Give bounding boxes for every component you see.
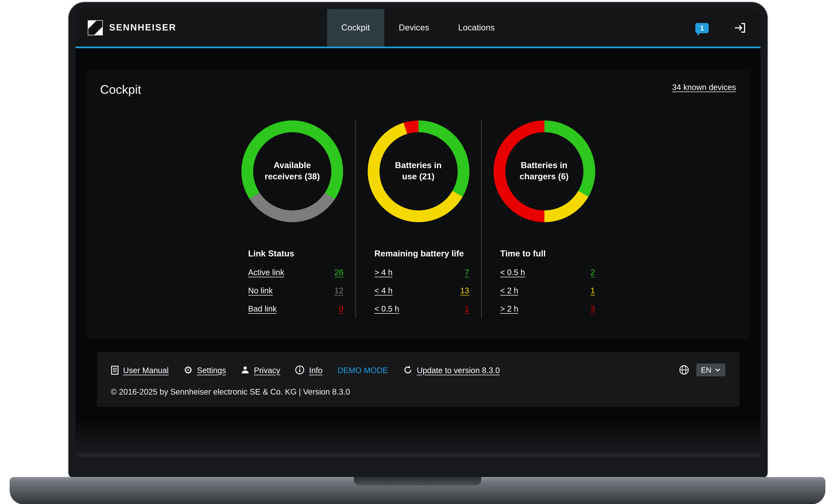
settings-label: Settings	[197, 365, 226, 374]
legend-label-link[interactable]: No link	[248, 286, 272, 295]
legend-label-link[interactable]: < 4 h	[374, 286, 392, 295]
legend-value-link[interactable]: 1	[591, 286, 595, 295]
footer-right: EN	[678, 363, 725, 376]
page: SENNHEISER Cockpit Devices Locations 1	[0, 0, 835, 504]
language-selector[interactable]: EN	[696, 363, 725, 376]
legend-title: Link Status	[248, 249, 343, 259]
known-devices-link[interactable]: 34 known devices	[672, 82, 736, 92]
legend-title: Remaining battery life	[374, 249, 469, 259]
logout-icon[interactable]	[733, 22, 747, 34]
settings-link[interactable]: ⚙ Settings	[184, 365, 226, 375]
screen-bottom-reflection	[76, 418, 761, 457]
legend-row: Active link 26	[248, 268, 343, 277]
app-header: SENNHEISER Cockpit Devices Locations 1	[76, 9, 761, 48]
app-footer: User Manual ⚙ Settings	[97, 352, 739, 407]
legend-label-link[interactable]: < 0.5 h	[374, 304, 399, 313]
info-icon	[295, 365, 305, 375]
user-manual-link[interactable]: User Manual	[111, 365, 169, 374]
legend-value-link[interactable]: 1	[465, 304, 469, 313]
legend-label-link[interactable]: < 0.5 h	[500, 268, 525, 277]
copyright-text: © 2016-2025 by Sennheiser electronic SE …	[111, 387, 725, 396]
privacy-link[interactable]: Privacy	[241, 365, 280, 374]
tab-devices[interactable]: Devices	[384, 9, 444, 46]
page-title: Cockpit	[100, 82, 141, 97]
legend-row: > 2 h 3	[500, 304, 595, 313]
cockpit-panel: Cockpit 34 known devices Available recei…	[86, 69, 750, 339]
legend-value-link[interactable]: 7	[465, 268, 469, 277]
donut-center-label: Available receivers (38)	[257, 136, 328, 207]
update-link[interactable]: Update to version 8.3.0	[403, 365, 500, 375]
main-content: Cockpit 34 known devices Available recei…	[76, 48, 761, 407]
legend-value-link[interactable]: 0	[339, 304, 343, 313]
donut-center-label: Batteries in chargers (6)	[508, 136, 580, 207]
panel-header: Cockpit 34 known devices	[100, 82, 736, 97]
user-manual-label: User Manual	[123, 365, 169, 374]
privacy-label: Privacy	[254, 365, 280, 374]
charts-row: Available receivers (38) Link Status Act…	[100, 120, 736, 319]
legend-label-link[interactable]: < 2 h	[500, 286, 518, 295]
laptop-base	[10, 477, 826, 504]
donut-batteries-in-chargers: Batteries in chargers (6)	[493, 120, 595, 222]
settings-icon: ⚙	[184, 365, 193, 375]
globe-icon	[678, 365, 689, 375]
notification-badge[interactable]: 1	[695, 23, 709, 33]
update-label: Update to version 8.3.0	[417, 365, 500, 374]
chart-column-receivers: Available receivers (38) Link Status Act…	[229, 120, 355, 319]
laptop-lid-notch	[354, 477, 481, 485]
legend-value-link[interactable]: 2	[591, 268, 595, 277]
legend-time-to-full: Time to full < 0.5 h 2 < 2 h 1	[482, 249, 607, 313]
legend-row: > 4 h 7	[374, 268, 469, 277]
legend-row: < 4 h 13	[374, 286, 469, 295]
legend-link-status: Link Status Active link 26 No link 12	[229, 249, 355, 313]
chart-column-batteries-in-use: Batteries in use (21) Remaining battery …	[355, 120, 481, 319]
main-nav: Cockpit Devices Locations	[327, 9, 509, 46]
info-label: Info	[309, 365, 323, 374]
footer-links: User Manual ⚙ Settings	[111, 363, 725, 376]
chart-column-batteries-in-chargers: Batteries in chargers (6) Time to full <…	[481, 120, 607, 319]
legend-label-link[interactable]: > 4 h	[374, 268, 392, 277]
laptop-bezel: SENNHEISER Cockpit Devices Locations 1	[68, 2, 768, 478]
privacy-icon	[241, 366, 249, 374]
legend-row: Bad link 0	[248, 304, 343, 313]
legend-row: < 0.5 h 1	[374, 304, 469, 313]
legend-label-link[interactable]: > 2 h	[500, 304, 518, 313]
donut-center-label: Batteries in use (21)	[383, 136, 454, 207]
brand-name: SENNHEISER	[109, 22, 177, 33]
header-right: 1	[695, 9, 747, 46]
legend-row: No link 12	[248, 286, 343, 295]
language-value: EN	[701, 366, 711, 374]
chevron-down-icon	[715, 368, 720, 371]
legend-value-link[interactable]: 12	[334, 286, 344, 295]
legend-label-link[interactable]: Active link	[248, 268, 284, 277]
manual-icon	[111, 365, 119, 374]
donut-batteries-in-use: Batteries in use (21)	[367, 120, 469, 222]
sennheiser-logo-icon	[87, 20, 103, 36]
tab-cockpit[interactable]: Cockpit	[327, 9, 384, 46]
legend-value-link[interactable]: 13	[460, 286, 469, 295]
legend-value-link[interactable]: 3	[591, 304, 595, 313]
brand: SENNHEISER	[87, 9, 177, 46]
laptop-screen: SENNHEISER Cockpit Devices Locations 1	[76, 9, 761, 457]
donut-available-receivers: Available receivers (38)	[241, 120, 343, 222]
update-icon	[403, 365, 412, 375]
legend-row: < 2 h 1	[500, 286, 595, 295]
legend-value-link[interactable]: 26	[334, 268, 344, 277]
legend-label-link[interactable]: Bad link	[248, 304, 277, 313]
legend-title: Time to full	[500, 249, 595, 259]
tab-locations[interactable]: Locations	[444, 9, 509, 46]
legend-row: < 0.5 h 2	[500, 268, 595, 277]
demo-mode-badge: DEMO MODE	[338, 365, 388, 374]
legend-remaining-battery: Remaining battery life > 4 h 7 < 4 h 13	[356, 249, 481, 313]
info-link[interactable]: Info	[295, 365, 323, 375]
